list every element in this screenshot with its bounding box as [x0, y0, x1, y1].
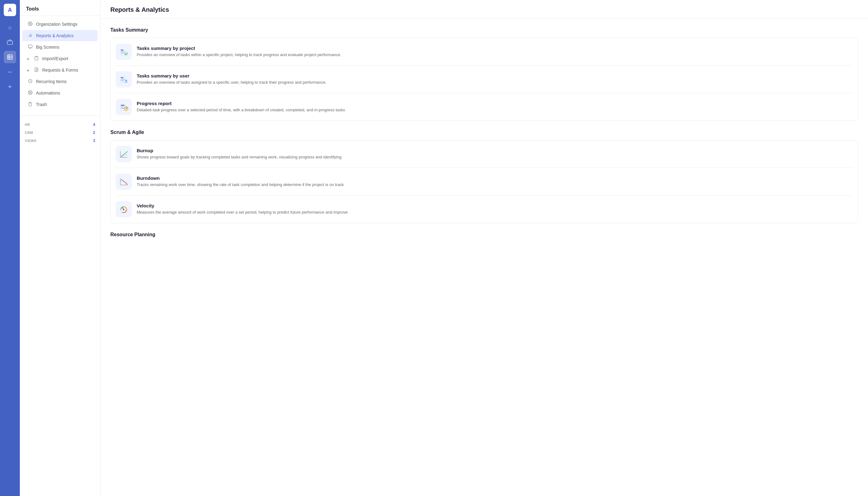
group-count: 4 — [93, 122, 95, 127]
briefcase-nav-icon[interactable] — [4, 36, 16, 48]
report-info: Burnup Shows progress toward goals by tr… — [137, 148, 853, 160]
svg-rect-26 — [121, 80, 124, 81]
svg-rect-31 — [121, 107, 124, 107]
tasks-summary-section: Tasks Summary — [110, 27, 858, 121]
report-desc: Shows progress toward goals by tracking … — [137, 154, 853, 160]
sidebar-item-big-screens[interactable]: Big Screens — [22, 42, 98, 53]
sidebar-item-label: Recurring Items — [36, 79, 67, 84]
report-info: Velocity Measures the average amount of … — [137, 203, 853, 215]
expand-arrow-icon: ▶ — [27, 57, 30, 60]
report-icon — [115, 174, 132, 190]
svg-rect-1 — [8, 55, 12, 60]
report-name: Burndown — [137, 175, 853, 181]
group-count: 2 — [93, 130, 95, 135]
sidebar-nav: Organization Settings Reports & Analytic… — [20, 16, 100, 113]
icon-rail: A ⌂ ••• + — [0, 0, 20, 496]
report-desc: Provides an overview of tasks within a s… — [137, 52, 853, 58]
report-name: Velocity — [137, 203, 853, 208]
sidebar-item-reports-analytics[interactable]: Reports & Analytics — [22, 30, 98, 41]
sidebar-item-trash[interactable]: Trash — [22, 99, 98, 110]
sidebar-item-recurring-items[interactable]: Recurring Items — [22, 76, 98, 87]
svg-rect-12 — [36, 56, 37, 57]
svg-point-16 — [29, 92, 31, 93]
page-title: Reports & Analytics — [100, 0, 868, 19]
svg-rect-18 — [121, 50, 123, 50]
trash-icon — [27, 102, 33, 107]
sidebar-item-label: Requests & Forms — [42, 67, 78, 73]
resource-planning-section: Resource Planning — [110, 232, 858, 237]
group-label: CRM — [25, 131, 33, 135]
svg-rect-24 — [121, 77, 123, 78]
clipboard-icon — [33, 56, 39, 61]
scrum-agile-section: Scrum & Agile Burnup Shows progress towa — [110, 129, 858, 223]
report-info: Progress report Detailed task progress o… — [137, 101, 853, 113]
report-name: Tasks summary by user — [137, 73, 853, 78]
report-velocity[interactable]: Velocity Measures the average amount of … — [115, 196, 853, 223]
report-desc: Tracks remaining work over time, showing… — [137, 182, 853, 188]
home-nav-icon[interactable]: ⌂ — [4, 21, 16, 33]
expand-arrow-icon: ▶ — [27, 68, 30, 72]
sidebar-item-label: Reports & Analytics — [36, 33, 74, 38]
report-name: Progress report — [137, 101, 853, 106]
svg-rect-20 — [121, 53, 124, 53]
svg-point-41 — [123, 209, 124, 210]
sidebar-item-label: Trash — [36, 102, 47, 107]
group-count: 3 — [93, 139, 95, 143]
report-name: Tasks summary by project — [137, 46, 853, 51]
report-name: Burnup — [137, 148, 853, 153]
report-tasks-by-project[interactable]: Tasks summary by project Provides an ove… — [115, 38, 853, 66]
sidebar-groups: HR 4 CRM 2 VIEWS 3 — [20, 115, 100, 146]
report-progress[interactable]: Progress report Detailed task progress o… — [115, 93, 853, 121]
form-icon — [33, 67, 39, 73]
report-icon — [115, 201, 132, 217]
chart-icon — [27, 33, 33, 38]
section-title-resource: Resource Planning — [110, 232, 858, 237]
svg-rect-9 — [28, 45, 32, 48]
sidebar-item-label: Automations — [36, 91, 60, 95]
section-title-scrum: Scrum & Agile — [110, 129, 858, 135]
sidebar-item-requests-forms[interactable]: ▶ Requests & Forms — [22, 64, 98, 76]
sidebar-group-views[interactable]: VIEWS 3 — [25, 137, 95, 145]
gear-icon — [27, 21, 33, 27]
sidebar-item-label: Organization Settings — [36, 22, 78, 27]
sidebar-item-automations[interactable]: Automations — [22, 88, 98, 98]
sidebar-group-crm[interactable]: CRM 2 — [25, 129, 95, 137]
report-tasks-by-user[interactable]: Tasks summary by user Provides an overvi… — [115, 66, 853, 93]
svg-point-28 — [126, 80, 127, 81]
svg-rect-19 — [121, 51, 125, 52]
content-body: Tasks Summary — [100, 19, 868, 251]
sidebar-item-org-settings[interactable]: Organization Settings — [22, 19, 98, 30]
sidebar-item-label: Big Screens — [36, 45, 59, 50]
section-title-tasks: Tasks Summary — [110, 27, 858, 33]
svg-rect-25 — [121, 79, 125, 80]
report-icon — [115, 99, 132, 115]
report-info: Burndown Tracks remaining work over time… — [137, 175, 853, 188]
report-icon — [115, 146, 132, 162]
main-content: Reports & Analytics Tasks Summary — [100, 0, 868, 496]
svg-rect-0 — [7, 41, 13, 45]
report-icon — [115, 71, 132, 88]
more-nav-icon[interactable]: ••• — [4, 66, 16, 78]
svg-point-34 — [126, 108, 127, 109]
report-info: Tasks summary by user Provides an overvi… — [137, 73, 853, 85]
app-logo[interactable]: A — [4, 4, 16, 16]
report-burnup[interactable]: Burnup Shows progress toward goals by tr… — [115, 140, 853, 168]
report-info: Tasks summary by project Provides an ove… — [137, 46, 853, 58]
sidebar-item-import-export[interactable]: ▶ Import/Export — [22, 53, 98, 64]
report-icon — [115, 44, 132, 60]
add-nav-icon[interactable]: + — [4, 81, 16, 93]
group-label: VIEWS — [25, 139, 36, 143]
sidebar: Tools Organization Settings Reports & An… — [20, 0, 100, 496]
automation-icon — [27, 90, 33, 96]
scrum-agile-group: Burnup Shows progress toward goals by tr… — [110, 140, 858, 223]
report-desc: Measures the average amount of work comp… — [137, 210, 853, 215]
svg-rect-30 — [121, 105, 125, 106]
sidebar-group-hr[interactable]: HR 4 — [25, 121, 95, 129]
monitor-icon — [27, 44, 33, 50]
svg-point-5 — [29, 23, 31, 25]
report-burndown[interactable]: Burndown Tracks remaining work over time… — [115, 168, 853, 196]
report-desc: Detailed task progress over a selected p… — [137, 107, 853, 113]
group-label: HR — [25, 123, 30, 126]
tasks-summary-group: Tasks summary by project Provides an ove… — [110, 38, 858, 121]
table-nav-icon[interactable] — [4, 51, 16, 63]
